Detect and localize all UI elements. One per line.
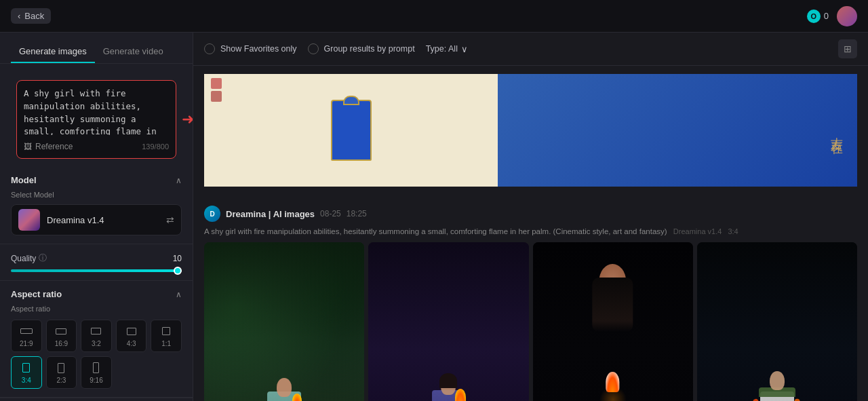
- flame-2: [455, 389, 466, 401]
- gen-meta: Dreamina v1.4 3:4: [669, 227, 738, 235]
- aspect-btn-4x3[interactable]: 4:3: [116, 320, 147, 352]
- model-section-header[interactable]: Model ∧: [11, 175, 182, 185]
- grid-image-3-inner: [533, 242, 693, 401]
- aspect-btn-1x1[interactable]: 1:1: [151, 320, 182, 352]
- tab-generate-images[interactable]: Generate images: [11, 41, 95, 63]
- group-results-label: Group results by prompt: [324, 44, 415, 54]
- aspect-ratio-header[interactable]: Aspect ratio ∧: [11, 289, 182, 299]
- topbar-right: O 0: [807, 6, 857, 26]
- top-image-content: 吉 友 在: [204, 74, 462, 162]
- grid-image-4-inner: [697, 242, 857, 401]
- feed: 吉 友 在 ✏ ↻ D Dre: [193, 66, 868, 401]
- dreamina-badge: D: [204, 206, 220, 222]
- quality-label: Quality ⓘ: [11, 252, 47, 264]
- swap-icon: ⇄: [166, 214, 174, 225]
- avatar[interactable]: [837, 6, 857, 26]
- top-image-wrap: 吉 友 在 ✏ ↻: [204, 74, 857, 187]
- credit-count: 0: [824, 11, 829, 21]
- aspect-btn-21x9[interactable]: 21:9: [11, 320, 42, 352]
- garment-shape: [331, 100, 372, 161]
- grid-image-2-inner: [368, 242, 528, 401]
- aspect-ratio-title: Aspect ratio: [11, 289, 62, 299]
- credit-icon: O: [807, 9, 821, 23]
- foliage-overlay: [204, 242, 364, 339]
- aspect-label-16x9: 16:9: [55, 340, 68, 347]
- face-1: [277, 378, 292, 397]
- aspect-ratio-chevron-icon: ∧: [176, 290, 182, 299]
- model-meta: Dreamina v1.4: [673, 227, 722, 235]
- topbar-left: ‹ Back: [11, 8, 51, 24]
- quality-slider-thumb: [174, 267, 182, 275]
- top-image: 吉 友 在: [204, 74, 462, 162]
- model-thumb-gradient: [18, 209, 40, 231]
- model-chevron-icon: ∧: [176, 176, 182, 185]
- grid-image-1-inner: [204, 242, 364, 401]
- aspect-btn-3x4[interactable]: 3:4: [11, 356, 42, 389]
- aspect-label-9x16: 9:16: [90, 377, 102, 384]
- aspect-icon-21x9: [20, 324, 33, 338]
- model-title: Model: [11, 175, 37, 185]
- aspect-label-21x9: 21:9: [20, 340, 33, 347]
- content-area: Show Favorites only Group results by pro…: [193, 33, 868, 401]
- main-layout: Generate images Generate video A shy gir…: [0, 33, 868, 401]
- char-count: 139/800: [142, 142, 169, 151]
- reference-button[interactable]: 🖼 Reference: [24, 142, 73, 151]
- prompt-footer: 🖼 Reference 139/800: [24, 142, 169, 151]
- grid-image-2: [368, 242, 528, 401]
- image-grid: [204, 242, 857, 401]
- quality-row: Quality ⓘ 10: [11, 252, 182, 264]
- group-results-toggle[interactable]: Group results by prompt: [308, 43, 415, 54]
- back-label: Back: [24, 11, 44, 21]
- sidebar: Generate images Generate video A shy gir…: [0, 33, 193, 401]
- layout-toggle-icon[interactable]: ⊞: [838, 39, 857, 58]
- aspect-ratio-subtitle: Aspect ratio: [11, 305, 182, 313]
- prompt-textarea[interactable]: A shy girl with fire manipulation abilit…: [24, 88, 169, 135]
- gen-prompt: A shy girl with fire manipulation abilit…: [204, 226, 857, 237]
- aspect-icon-1x1: [159, 324, 173, 338]
- top-image-left: [204, 74, 462, 162]
- quality-value: 10: [173, 254, 182, 263]
- aspect-icon-3x4: [20, 361, 33, 375]
- type-select[interactable]: Type: All ∨: [426, 44, 468, 54]
- prompt-area: A shy girl with fire manipulation abilit…: [16, 80, 176, 159]
- quality-slider-track[interactable]: [11, 269, 182, 272]
- garment-illustration: [204, 74, 462, 162]
- model-selector[interactable]: Dreamina v1.4 ⇄: [11, 204, 182, 235]
- girl-figure-2: [404, 279, 492, 401]
- aspect-btn-9x16[interactable]: 9:16: [81, 356, 112, 389]
- content-toolbar: Show Favorites only Group results by pro…: [193, 33, 868, 66]
- aspect-icon-4x3: [125, 324, 138, 338]
- toolbar-right: ⊞: [838, 39, 857, 58]
- girl-figure-3: [557, 264, 669, 392]
- aspect-grid-row2: 3:4 2:3 9:16: [11, 356, 182, 389]
- tab-row: Generate images Generate video: [0, 33, 193, 64]
- grid-image-1: [204, 242, 364, 401]
- back-arrow-icon: ‹: [18, 11, 20, 21]
- show-favorites-toggle-circle: [204, 43, 215, 54]
- back-button[interactable]: ‹ Back: [11, 8, 51, 24]
- gen-time: 18:25: [347, 209, 367, 218]
- show-favorites-toggle[interactable]: Show Favorites only: [204, 43, 297, 54]
- aspect-btn-16x9[interactable]: 16:9: [46, 320, 77, 352]
- aspect-label-3x4: 3:4: [22, 377, 31, 384]
- reference-icon: 🖼: [24, 142, 32, 151]
- topbar: ‹ Back O 0: [0, 0, 868, 33]
- generate-btn-area: Generate ○ 0 Try free: [0, 398, 193, 401]
- aspect-icon-9x16: [90, 361, 103, 375]
- aspect-icon-2x3: [54, 361, 68, 375]
- credit-badge: O 0: [807, 9, 829, 23]
- quality-section: Quality ⓘ 10: [0, 244, 193, 281]
- stamp-1: [211, 78, 222, 89]
- group-results-toggle-circle: [308, 43, 319, 54]
- aspect-btn-3x2[interactable]: 3:2: [81, 320, 112, 352]
- aspect-btn-2x3[interactable]: 2:3: [46, 356, 77, 389]
- show-favorites-label: Show Favorites only: [220, 44, 297, 54]
- hair-2: [439, 373, 457, 388]
- feed-group-top: 吉 友 在 ✏ ↻: [204, 74, 857, 187]
- gen-info-row: D Dreamina | AI images 08-25 18:25: [204, 200, 857, 226]
- aspect-label-1x1: 1:1: [161, 340, 171, 347]
- tab-generate-video[interactable]: Generate video: [95, 41, 172, 63]
- quality-slider-fill: [11, 269, 182, 272]
- stamp-2: [211, 91, 222, 102]
- ratio-meta: 3:4: [728, 227, 738, 235]
